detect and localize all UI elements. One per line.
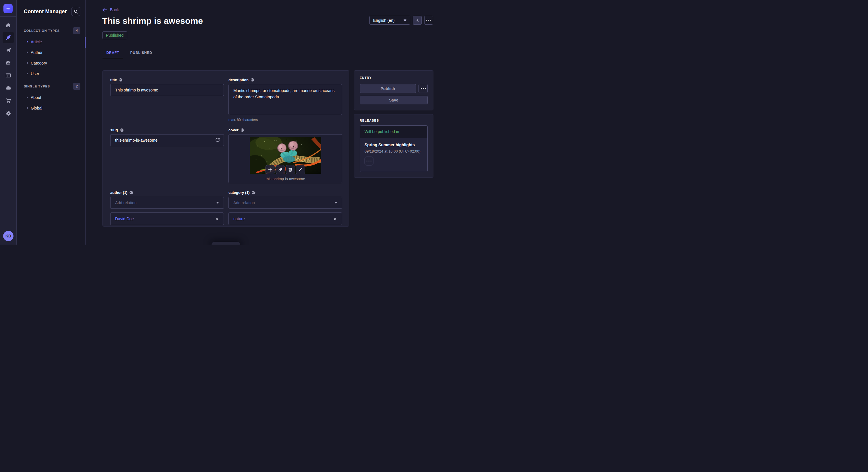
content-manager-sidebar: Content Manager COLLECTION TYPES 4 Artic… — [17, 0, 86, 245]
home-icon[interactable] — [2, 19, 14, 31]
strapi-logo[interactable] — [3, 4, 12, 13]
avatar[interactable]: KD — [3, 231, 13, 241]
send-plane-icon[interactable] — [2, 44, 14, 57]
sidebar-item-label: About — [31, 95, 41, 100]
sidebar-item-user[interactable]: User — [17, 68, 85, 79]
save-button[interactable]: Save — [360, 96, 428, 104]
author-field: author (1) Add relation David Doe — [110, 191, 224, 225]
main-nav-rail: KD — [0, 0, 17, 245]
release-name[interactable]: Spring Summer highlights — [365, 142, 423, 147]
delete-icon[interactable] — [286, 165, 295, 174]
locale-globe-icon — [241, 128, 244, 132]
sidebar-item-label: Global — [31, 106, 42, 110]
media-library-icon[interactable] — [2, 57, 14, 69]
author-field-label: author (1) — [110, 191, 127, 195]
author-relation-item: David Doe — [110, 212, 224, 225]
chevron-down-icon — [334, 202, 337, 204]
app-root: KD Content Manager COLLECTION TYPES 4 Ar… — [0, 0, 450, 245]
locale-globe-icon — [129, 191, 133, 194]
cover-field: cover — [228, 128, 342, 183]
strapi-logo-glyph — [5, 6, 11, 11]
locale-globe-icon — [251, 78, 254, 82]
sidebar-item-article[interactable]: Article — [17, 36, 85, 47]
search-icon[interactable] — [71, 7, 81, 16]
sidebar-title: Content Manager — [24, 9, 67, 14]
title-field: title — [110, 78, 224, 96]
combobox-placeholder: Add relation — [115, 200, 136, 205]
locale-globe-icon — [120, 128, 124, 132]
cover-filename: this-shrimp-is-awesome — [229, 177, 342, 181]
single-types-count-badge: 2 — [73, 83, 81, 90]
copy-link-icon[interactable] — [276, 165, 285, 174]
slug-field-label: slug — [110, 128, 118, 132]
settings-gear-icon[interactable] — [2, 107, 14, 120]
sidebar-item-category[interactable]: Category — [17, 58, 85, 68]
entry-panel-title: ENTRY — [360, 76, 428, 79]
slug-field: slug — [110, 128, 224, 146]
arrow-left-icon — [102, 8, 107, 12]
bullet-icon — [27, 62, 28, 64]
bullet-icon — [27, 41, 28, 42]
edit-icon[interactable] — [296, 165, 305, 174]
description-textarea[interactable]: Mantis shrimps, or stomatopods, are mari… — [228, 84, 342, 115]
cover-asset-card: this-shrimp-is-awesome — [228, 134, 342, 183]
active-tab-underline — [102, 58, 123, 58]
regenerate-icon[interactable] — [215, 137, 220, 144]
sidebar-item-about[interactable]: About — [17, 92, 85, 103]
bullet-icon — [27, 73, 28, 74]
cover-actions — [229, 165, 342, 174]
release-date: 09/18/2024 at 16:00 (UTC+02:00) — [365, 149, 423, 154]
author-relation-combobox[interactable]: Add relation — [110, 197, 224, 209]
back-label: Back — [110, 7, 119, 12]
remove-relation-icon[interactable] — [214, 216, 220, 222]
sidebar-item-label: Article — [31, 40, 42, 44]
sidebar-item-author[interactable]: Author — [17, 47, 85, 58]
version-tabs: DRAFT PUBLISHED — [102, 47, 155, 58]
locale-globe-icon — [252, 191, 255, 194]
main-content: Back This shrimp is awesome Published DR… — [86, 0, 450, 245]
tab-published[interactable]: PUBLISHED — [127, 47, 155, 58]
collection-types-count-badge: 4 — [73, 27, 81, 34]
category-relation-combobox[interactable]: Add relation — [228, 197, 342, 209]
page-title: This shrimp is awesome — [102, 16, 203, 26]
sidebar-item-global[interactable]: Global — [17, 103, 85, 113]
entry-more-icon[interactable] — [418, 84, 428, 93]
sidebar-item-label: User — [31, 71, 39, 76]
publish-button[interactable]: Publish — [360, 84, 416, 93]
slug-input[interactable] — [110, 134, 224, 146]
category-relation-item: nature — [228, 212, 342, 225]
releases-panel: RELEASES Will be published in Spring Sum… — [354, 114, 433, 178]
releases-panel-title: RELEASES — [360, 119, 428, 122]
collection-types-list: Article Author Category User — [17, 36, 85, 79]
release-more-icon[interactable] — [365, 157, 373, 165]
category-field-label: category (1) — [228, 191, 250, 195]
chevron-down-icon — [404, 20, 406, 21]
description-field-label: description — [228, 78, 249, 82]
locale-select[interactable]: English (en) — [369, 16, 410, 25]
entry-panel: ENTRY Publish Save — [354, 70, 433, 110]
marketplace-cart-icon[interactable] — [2, 94, 14, 107]
download-icon[interactable] — [413, 16, 422, 25]
edit-form-panel: title description — [102, 70, 349, 227]
description-field: description Mantis shrimps, or stomatopo… — [228, 78, 342, 122]
content-manager-feather-icon[interactable] — [2, 31, 14, 44]
tab-draft[interactable]: DRAFT — [102, 47, 123, 58]
add-icon[interactable] — [266, 165, 275, 174]
title-input[interactable] — [110, 84, 224, 96]
cloud-icon[interactable] — [2, 82, 14, 94]
content-type-builder-icon[interactable] — [2, 69, 14, 82]
relation-link-david-doe[interactable]: David Doe — [115, 216, 134, 221]
cover-field-label: cover — [228, 128, 239, 132]
relation-link-nature[interactable]: nature — [234, 216, 245, 221]
back-link[interactable]: Back — [102, 7, 119, 12]
locale-globe-icon — [119, 78, 123, 82]
bottom-floating-pill[interactable] — [212, 242, 240, 245]
sidebar-item-label: Author — [31, 50, 42, 55]
more-horizontal-icon[interactable] — [424, 16, 433, 25]
combobox-placeholder: Add relation — [234, 200, 255, 205]
remove-relation-icon[interactable] — [332, 216, 338, 222]
bullet-icon — [27, 97, 28, 98]
category-field: category (1) Add relation nature — [228, 191, 342, 225]
description-hint: max. 80 characters — [228, 118, 342, 122]
release-card: Will be published in Spring Summer highl… — [360, 125, 428, 172]
